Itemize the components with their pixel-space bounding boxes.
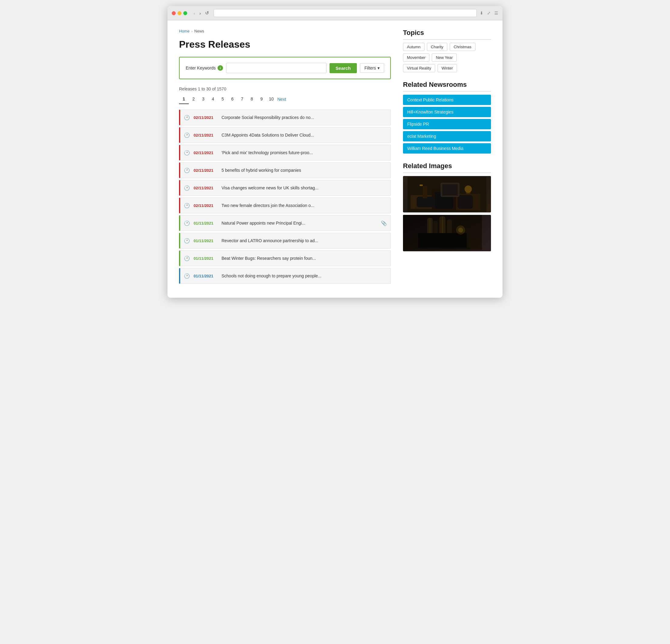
- news-item[interactable]: 🕐01/11/2021Beat Winter Bugs: Researchers…: [179, 250, 391, 266]
- breadcrumb-separator: ›: [191, 29, 193, 33]
- news-title: Revector and LATRO announce partnership …: [222, 238, 387, 243]
- back-button[interactable]: ‹: [192, 10, 197, 16]
- newsroom-list: Context Public RelationsHill+Knowlton St…: [403, 95, 491, 153]
- topic-tag[interactable]: New Year: [432, 53, 457, 62]
- newsrooms-title: Related Newsrooms: [403, 81, 491, 92]
- releases-count: Releases 1 to 30 of 1570: [179, 86, 391, 91]
- clock-icon: 🕐: [184, 273, 190, 279]
- clock-icon: 🕐: [184, 167, 190, 173]
- newsroom-button[interactable]: Context Public Relations: [403, 95, 491, 105]
- news-date: 02/11/2021: [193, 115, 218, 120]
- refresh-button[interactable]: ↺: [204, 10, 211, 16]
- search-box: Enter Keywords i Search Filters ▾: [179, 57, 391, 79]
- news-title: Two new female directors join the Associ…: [222, 203, 387, 208]
- breadcrumb-home[interactable]: Home: [179, 29, 190, 33]
- page-number-9[interactable]: 9: [257, 94, 266, 104]
- page-number-6[interactable]: 6: [228, 94, 237, 104]
- clock-icon: 🕐: [184, 150, 190, 156]
- attachment-icon: 📎: [381, 220, 387, 226]
- related-image-2[interactable]: [403, 215, 491, 251]
- newsroom-button[interactable]: Flipside PR: [403, 119, 491, 129]
- traffic-lights: [172, 11, 187, 15]
- news-title: C3M Appoints 4Data Solutions to Deliver …: [222, 133, 387, 137]
- clock-icon: 🕐: [184, 238, 190, 244]
- topic-tag[interactable]: Autumn: [403, 43, 425, 51]
- pagination-next[interactable]: Next: [277, 97, 286, 102]
- download-icon[interactable]: ⬇: [480, 11, 483, 15]
- page-number-3[interactable]: 3: [199, 94, 208, 104]
- news-date: 02/11/2021: [193, 133, 218, 137]
- news-item[interactable]: 🕐01/11/2021Natural Power appoints new Pr…: [179, 215, 391, 231]
- search-input[interactable]: [226, 63, 326, 73]
- news-item[interactable]: 🕐01/11/2021Revector and LATRO announce p…: [179, 233, 391, 249]
- search-label: Enter Keywords i: [186, 65, 223, 71]
- svg-rect-4: [417, 197, 435, 207]
- related-image-1[interactable]: [403, 176, 491, 212]
- newsrooms-section: Related Newsrooms Context Public Relatio…: [403, 81, 491, 153]
- related-images-title: Related Images: [403, 162, 491, 173]
- fullscreen-button[interactable]: [183, 11, 187, 15]
- close-button[interactable]: [172, 11, 176, 15]
- filters-button[interactable]: Filters ▾: [360, 63, 384, 73]
- news-item[interactable]: 🕐02/11/20215 benefits of hybrid working …: [179, 162, 391, 178]
- browser-window: ‹ › ↺ ⬇ ⤢ ☰ Home › News Press Releases E…: [168, 6, 502, 298]
- search-button[interactable]: Search: [330, 63, 357, 73]
- news-date: 01/11/2021: [193, 221, 218, 226]
- page-number-10[interactable]: 10: [266, 94, 276, 104]
- news-date: 02/11/2021: [193, 186, 218, 190]
- page-number-5[interactable]: 5: [218, 94, 228, 104]
- page-number-8[interactable]: 8: [247, 94, 257, 104]
- address-bar[interactable]: [214, 9, 477, 17]
- info-icon[interactable]: i: [217, 65, 223, 71]
- page-title: Press Releases: [179, 39, 391, 50]
- clock-icon: 🕐: [184, 185, 190, 191]
- nav-buttons: ‹ › ↺: [192, 10, 211, 16]
- svg-rect-6: [458, 195, 473, 209]
- living-room-image: [403, 176, 491, 212]
- clock-icon: 🕐: [184, 132, 190, 138]
- page-number-7[interactable]: 7: [237, 94, 247, 104]
- menu-icon[interactable]: ☰: [494, 11, 498, 15]
- clock-icon: 🕐: [184, 203, 190, 209]
- news-item[interactable]: 🕐02/11/2021Corporate Social Responsibili…: [179, 110, 391, 125]
- topic-tag[interactable]: Virtual Reality: [403, 64, 435, 72]
- minimize-button[interactable]: [177, 11, 182, 15]
- topic-tag[interactable]: Movember: [403, 53, 429, 62]
- clock-icon: 🕐: [184, 256, 190, 261]
- page-number-4[interactable]: 4: [208, 94, 218, 104]
- newsroom-button[interactable]: eclat Marketing: [403, 131, 491, 142]
- topic-tag[interactable]: Winter: [438, 64, 457, 72]
- topics-section: Topics AutumnCharityChristmasMovemberNew…: [403, 29, 491, 72]
- page-number-2[interactable]: 2: [189, 94, 199, 104]
- news-title: 5 benefits of hybrid working for compani…: [222, 168, 387, 173]
- newsroom-button[interactable]: William Reed Business Media: [403, 143, 491, 153]
- related-images: [403, 176, 491, 251]
- news-item[interactable]: 🕐02/11/2021Visa changes welcome news for…: [179, 180, 391, 196]
- news-title: Beat Winter Bugs: Researchers say protei…: [222, 256, 387, 261]
- news-title: 'Pick and mix' technology promises futur…: [222, 150, 387, 155]
- breadcrumb-current: News: [194, 29, 204, 33]
- news-date: 01/11/2021: [193, 239, 218, 243]
- clock-icon: 🕐: [184, 220, 190, 226]
- news-date: 02/11/2021: [193, 203, 218, 208]
- news-date: 01/11/2021: [193, 256, 218, 261]
- news-title: Visa changes welcome news for UK skills …: [222, 185, 387, 190]
- breadcrumb: Home › News: [179, 29, 391, 33]
- topic-tag[interactable]: Charity: [427, 43, 447, 51]
- news-title: Natural Power appoints new Principal Eng…: [222, 220, 377, 226]
- topic-tag[interactable]: Christmas: [450, 43, 475, 51]
- svg-rect-12: [442, 184, 458, 196]
- news-item[interactable]: 🕐02/11/2021Two new female directors join…: [179, 198, 391, 213]
- news-item[interactable]: 🕐02/11/2021C3M Appoints 4Data Solutions …: [179, 127, 391, 143]
- newsroom-button[interactable]: Hill+Knowlton Strategies: [403, 107, 491, 117]
- forward-button[interactable]: ›: [198, 10, 202, 16]
- news-item[interactable]: 🕐02/11/2021'Pick and mix' technology pro…: [179, 145, 391, 161]
- page-number-1[interactable]: 1: [179, 94, 189, 104]
- news-item[interactable]: 🕐01/11/2021Schools not doing enough to p…: [179, 268, 391, 284]
- svg-point-24: [458, 228, 463, 232]
- svg-point-8: [466, 191, 471, 194]
- expand-icon[interactable]: ⤢: [487, 11, 491, 15]
- page-content: Home › News Press Releases Enter Keyword…: [168, 20, 502, 298]
- bottles-image: [403, 215, 491, 251]
- news-title: Corporate Social Responsibility practice…: [222, 115, 387, 120]
